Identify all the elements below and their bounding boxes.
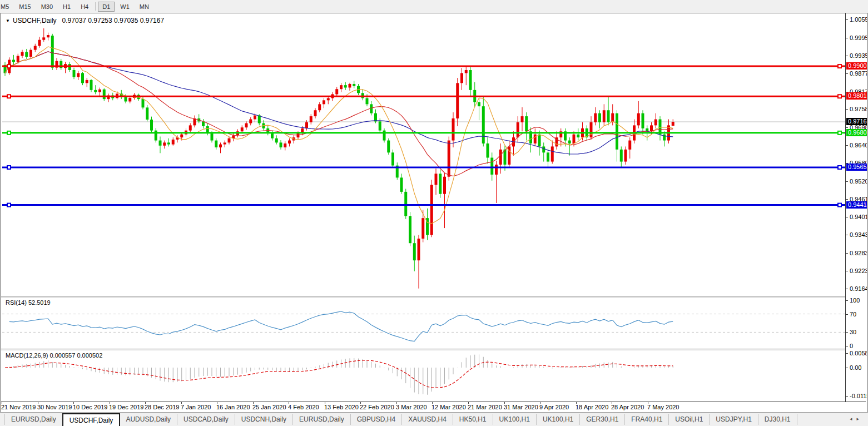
timeframe-button-m15[interactable]: M15 xyxy=(14,2,35,12)
candle-body xyxy=(349,84,351,88)
chart-tab-usdchf-daily[interactable]: USDCHF,Daily xyxy=(62,413,121,426)
chart-dropdown-arrow-icon[interactable]: ▼ xyxy=(6,18,10,23)
price-tick-mark xyxy=(846,19,848,20)
candle-body xyxy=(94,90,97,92)
candle-body xyxy=(159,141,162,146)
timeframe-button-d1[interactable]: D1 xyxy=(98,2,115,12)
chart-tab-usoil-h1[interactable]: USOil,H1 xyxy=(669,414,710,425)
tab-scroll-arrows[interactable]: ◂▸ xyxy=(850,416,864,422)
candle-body xyxy=(327,98,330,101)
candle-body xyxy=(128,98,131,102)
candle-body xyxy=(495,165,498,175)
date-tick-label: 13 Feb 2020 xyxy=(324,404,359,410)
candle-body xyxy=(103,90,106,99)
chart-tab-gbpusd-h4[interactable]: GBPUSD,H4 xyxy=(351,414,402,425)
candle-body xyxy=(490,158,493,175)
price-tick-label: 1.00555 xyxy=(850,16,867,23)
price-badge: 0.99007 xyxy=(846,62,867,70)
price-tick-label: 0.91645 xyxy=(850,285,867,292)
macd-tick-mark xyxy=(846,353,848,354)
price-tick-mark xyxy=(846,73,848,74)
chart-tab-bar: EURUSD,DailyUSDCHF,DailyAUDUSD,DailyUSDC… xyxy=(0,412,868,426)
candle-body xyxy=(98,90,101,92)
chart-tab-uk100-h1[interactable]: UK100,H1 xyxy=(537,414,580,425)
chart-tab-uk100-h1[interactable]: UK100,H1 xyxy=(493,414,537,425)
chart-window: ▼USDCHF,Daily0.97037 0.97253 0.97035 0.9… xyxy=(1,13,867,413)
candle-body xyxy=(439,174,442,194)
chart-tab-eurusd-daily[interactable]: EURUSD,Daily xyxy=(4,414,63,425)
line-handle[interactable] xyxy=(7,95,11,98)
rsi-pane[interactable] xyxy=(2,298,845,349)
candle-body xyxy=(150,120,153,131)
candle-body xyxy=(310,116,313,122)
line-handle[interactable] xyxy=(838,204,841,207)
candle-body xyxy=(435,174,438,185)
timeframe-button-mn[interactable]: MN xyxy=(135,2,153,12)
candle-body xyxy=(42,37,45,39)
line-handle[interactable] xyxy=(838,65,841,68)
macd-pane[interactable] xyxy=(2,350,845,402)
line-handle[interactable] xyxy=(838,166,841,169)
candle-body xyxy=(305,122,308,128)
timeframe-button-m5[interactable]: M5 xyxy=(0,2,13,12)
rsi-tick-mark xyxy=(846,300,848,301)
rsi-tick-mark xyxy=(846,314,848,315)
candle-body xyxy=(125,97,127,102)
line-handle[interactable] xyxy=(838,95,841,98)
chart-tab-ger30-h1[interactable]: GER30,H1 xyxy=(580,414,625,425)
chart-tab-usdcnh-daily[interactable]: USDCNH,Daily xyxy=(235,414,293,425)
price-tick-mark xyxy=(846,109,848,110)
date-tick-label: 3 Mar 2020 xyxy=(396,404,427,410)
candle-body xyxy=(430,185,433,235)
rsi-indicator-label: RSI(14) 52.5019 xyxy=(6,299,51,306)
candle-body xyxy=(421,218,424,239)
candle-body xyxy=(551,146,554,161)
chart-tab-fra40-h1[interactable]: FRA40,H1 xyxy=(625,414,669,425)
line-handle[interactable] xyxy=(7,131,11,135)
candle-body xyxy=(202,121,205,126)
timeframe-button-h4[interactable]: H4 xyxy=(76,2,93,12)
date-tick-label: 4 Feb 2020 xyxy=(288,404,319,410)
price-axis[interactable]: 1.005550.999550.993550.987700.981700.975… xyxy=(845,13,867,402)
candle-body xyxy=(542,146,545,152)
price-tick-mark xyxy=(846,56,848,56)
chart-tab-audusd-daily[interactable]: AUDUSD,Daily xyxy=(120,414,177,425)
date-axis[interactable]: 21 Nov 201930 Nov 201910 Dec 201919 Dec … xyxy=(1,402,866,413)
price-tick-mark xyxy=(846,145,848,146)
timeframe-button-m30[interactable]: M30 xyxy=(37,2,57,12)
candle-body xyxy=(51,36,54,68)
chart-tab-usdjpy-h1[interactable]: USDJPY,H1 xyxy=(710,414,758,425)
macd-tick-label: -0.011514 xyxy=(850,393,867,399)
chart-tab-usdcad-daily[interactable]: USDCAD,Daily xyxy=(177,414,235,425)
scroll-left-icon[interactable]: ◂ xyxy=(850,416,857,422)
line-handle[interactable] xyxy=(7,204,11,207)
scroll-right-icon[interactable]: ▸ xyxy=(856,416,864,422)
timeframe-button-w1[interactable]: W1 xyxy=(116,2,134,12)
candle-body xyxy=(452,118,455,141)
mt4-terminal: { "toolbar": { "timeframes": [ {"label":… xyxy=(0,0,868,426)
chart-tab-hk50-h1[interactable]: HK50,H1 xyxy=(453,414,493,425)
candle-body xyxy=(77,73,80,77)
price-badge: 0.97167 xyxy=(846,118,867,125)
line-handle[interactable] xyxy=(7,166,11,169)
rsi-tick-label: 70 xyxy=(850,311,856,318)
candle-body xyxy=(525,116,528,131)
date-tick-label: 12 Mar 2020 xyxy=(431,404,466,410)
chart-tab-eurusd-daily[interactable]: EURUSD,Daily xyxy=(293,414,351,425)
candle-body xyxy=(314,110,317,116)
price-tick-mark xyxy=(846,253,848,254)
chart-tab-xauusd-h4[interactable]: XAUUSD,H4 xyxy=(402,414,453,425)
line-handle[interactable] xyxy=(838,131,841,135)
candle-body xyxy=(34,46,37,50)
timeframe-button-h1[interactable]: H1 xyxy=(58,2,75,12)
line-handle[interactable] xyxy=(7,65,11,68)
chart-tab-dj30-h1[interactable]: DJ30,H1 xyxy=(758,414,797,425)
candle-body xyxy=(228,138,231,143)
rsi-tick-label: 0 xyxy=(850,343,853,349)
date-tick-label: 19 Dec 2019 xyxy=(109,404,143,410)
price-tick-mark xyxy=(846,181,848,182)
candle-body xyxy=(297,133,300,137)
price-tick-mark xyxy=(846,217,848,217)
candle-body xyxy=(219,145,222,147)
main-chart-pane[interactable] xyxy=(2,14,845,296)
